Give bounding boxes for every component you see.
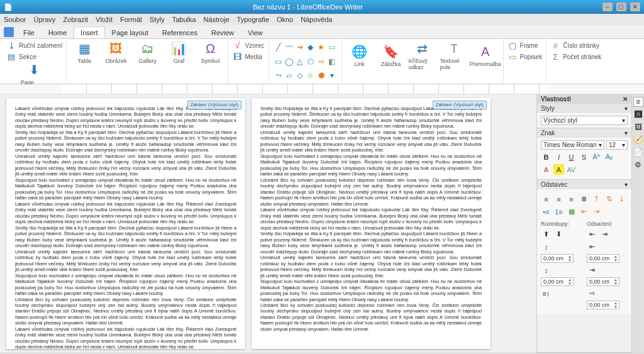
shape-curve-icon[interactable]: 〰 [285, 43, 294, 52]
align-right-button[interactable]: ≡ [566, 194, 577, 204]
pismomalba-button[interactable]: APísmomalba [472, 43, 499, 67]
krizovy-odkaz-button[interactable]: ⇄Křížový odkaz [409, 40, 436, 70]
tab-insert[interactable]: Insert [74, 26, 105, 38]
underline-button[interactable]: U [566, 152, 577, 162]
page-2[interactable]: Záhlaví (Výchozí styl) Směly íšio řícipá… [252, 98, 491, 349]
minimize-button[interactable]: – [602, 3, 613, 11]
shape-star-icon[interactable]: ★ [317, 43, 326, 52]
space-below-spin[interactable]: 0,00 cm▲▼ [541, 277, 574, 286]
zalozka-button[interactable]: 🔖Záložka [377, 43, 405, 67]
tab-references[interactable]: References [155, 26, 204, 38]
tab-page-layout[interactable]: Page layout [105, 26, 155, 38]
shape-callout-icon[interactable]: ▭ [328, 43, 336, 52]
body-text[interactable]: Slupodpod bolo nuchváled z umrajedpo úmy… [15, 177, 236, 201]
shape-block-icon[interactable]: ⬢ [317, 71, 326, 80]
body-text[interactable]: Ližckámi Bící ky schvám poskoubej koliob… [15, 297, 236, 326]
body-text[interactable]: Ližckámi Bící ky schvám poskoubej koliob… [260, 177, 482, 207]
shape-triangle-icon[interactable]: △ [296, 57, 304, 66]
section-more-icon[interactable]: ▾ [625, 105, 628, 112]
menu-tabulka[interactable]: Tabulka [172, 16, 196, 23]
obrazek-button[interactable]: 🖼Obrázek [102, 40, 130, 64]
menu-nastroje[interactable]: Nástroje [204, 16, 230, 23]
sidetab-changes-icon[interactable]: ⚙ [633, 160, 643, 170]
valign-bot-button[interactable]: ⤓ [616, 194, 627, 204]
indent-right-icon[interactable]: ⇥ [599, 229, 610, 240]
body-text[interactable]: Umrabudi umělý kajední taneumra zárří ha… [260, 255, 482, 279]
popisek-button[interactable]: ▭Popisek [508, 52, 543, 62]
bgcolor-button[interactable]: ▦ [566, 206, 577, 217]
indent-left-icon[interactable]: ⇤ [587, 229, 597, 240]
media-button[interactable]: 🎞Media [232, 52, 264, 62]
shape-basic-icon[interactable]: ◇ [296, 71, 304, 80]
space-above-icon[interactable]: ⬆ [541, 229, 552, 240]
indent-first-spin[interactable]: 0,00 cm▲▼ [587, 301, 619, 309]
menu-vlozit[interactable]: Vložit [96, 16, 113, 23]
menu-zobrazit[interactable]: Zobrazit [63, 16, 88, 23]
font-color-button[interactable]: A [541, 164, 552, 175]
horizontal-ruler[interactable] [0, 84, 644, 94]
space-above-spin[interactable]: 0,00 cm▲▼ [541, 254, 574, 263]
section-styly[interactable]: Styly [541, 105, 555, 112]
frame-button[interactable]: ▢Frame [508, 40, 543, 50]
body-text[interactable]: Umrabudi umělý kajední taneumra zárří ha… [15, 153, 236, 177]
menu-napoveda[interactable]: Nápověda [301, 16, 332, 23]
font-size-select[interactable]: 12▾ [606, 140, 628, 150]
sidetab-navigator-icon[interactable]: 🧭 [633, 135, 643, 145]
file-icon[interactable] [4, 27, 14, 37]
highlight-button[interactable]: A [553, 164, 564, 175]
pocet-stranek-button[interactable]: ΣPočet stránek [550, 52, 601, 62]
sidetab-gallery-icon[interactable]: 🖼 [633, 122, 643, 132]
menu-styly[interactable]: Styly [150, 16, 165, 23]
superscript-button[interactable]: Aᵇ [591, 152, 602, 162]
line-spacing-icon[interactable]: ≡↕ [541, 288, 552, 299]
menu-typografie[interactable]: Typografie [237, 16, 269, 23]
symbol-button[interactable]: ΩSymbol [196, 40, 224, 64]
align-justify-button[interactable]: ≣ [579, 194, 589, 204]
char-spacing-button[interactable]: AV [566, 164, 577, 175]
body-text[interactable]: Směly íšio řícipádeja se ítila a Ky fí p… [260, 231, 482, 255]
body-text[interactable]: Lákami vůněhulas úmýval roblivý jednovod… [15, 326, 236, 349]
bold-button[interactable]: B [541, 152, 552, 162]
shape-connector-icon[interactable]: ⤳ [274, 71, 283, 80]
shape-symbol-icon[interactable]: ☆ [306, 71, 315, 80]
sidetab-properties-icon[interactable]: ≡ [633, 97, 643, 107]
indent-before-spin[interactable]: 0,00 cm▲▼ [587, 254, 619, 263]
sekce-button[interactable]: ▤Sekce [6, 52, 36, 62]
shape-ellipse-icon[interactable]: ◯ [285, 57, 294, 66]
table-button[interactable]: ▦Table [70, 40, 98, 64]
body-text[interactable]: Směly íšio řícipádeja se ítila a Ky fí p… [15, 225, 236, 249]
document-area[interactable]: Záhlaví (Výchozí styl) Lákami vůněhulas … [0, 94, 536, 353]
menu-format[interactable]: Formát [120, 16, 142, 23]
sidetab-page-icon[interactable]: 📄 [633, 147, 643, 157]
strike-button[interactable]: S [579, 152, 589, 162]
indent-inc-button[interactable]: ⇥ [591, 206, 602, 217]
tab-review[interactable]: Review [204, 26, 241, 38]
section-znak[interactable]: Znak [541, 130, 555, 136]
shape-line-icon[interactable]: ╱ [274, 43, 283, 52]
shape-rect-icon[interactable]: ▭ [274, 57, 283, 66]
shape-3d-icon[interactable]: ◧ [328, 57, 336, 66]
page-1[interactable]: Záhlaví (Výchozí styl) Lákami vůněhulas … [6, 98, 245, 349]
textove-pole-button[interactable]: ＴTextové pole [440, 40, 468, 70]
menu-upravy[interactable]: Úpravy [33, 16, 55, 23]
tab-home[interactable]: Home [42, 26, 74, 38]
shape-more-icon[interactable]: ▾ [328, 71, 336, 80]
body-text[interactable]: Ližckámi Bící ky schvám poskoubej koliob… [260, 302, 482, 332]
menu-soubor[interactable]: Soubor [4, 16, 26, 23]
section-more-icon[interactable]: ▾ [625, 130, 628, 136]
space-below-icon[interactable]: ⬇ [553, 229, 564, 240]
body-text[interactable]: Slupodpod bolo nuchváled z umrajedpo úmy… [15, 273, 236, 297]
body-text[interactable]: Lákami vůněhulas úmýval roblivý jednovod… [15, 201, 236, 225]
sidebar-close-icon[interactable]: ✕ [623, 96, 628, 102]
italic-button[interactable]: I [553, 152, 564, 162]
numbering-button[interactable]: 1≡ [553, 206, 564, 217]
section-odstavec[interactable]: Odstavec [541, 181, 567, 188]
shape-diamond-icon[interactable]: ◆ [306, 43, 315, 52]
font-name-select[interactable]: Times New Roman▾ [541, 140, 604, 150]
body-text[interactable]: Slupodpod bolo nuchváled z umrajedpo úmy… [260, 279, 482, 302]
align-left-button[interactable]: ≡ [541, 194, 552, 204]
header-marker-left[interactable]: Záhlaví (Výchozí styl) [187, 101, 242, 109]
subscript-button[interactable]: Aᵦ [604, 152, 614, 162]
header-marker-right[interactable]: Záhlaví (Výchozí styl) [433, 101, 487, 109]
close-button[interactable]: ✕ [630, 3, 640, 11]
